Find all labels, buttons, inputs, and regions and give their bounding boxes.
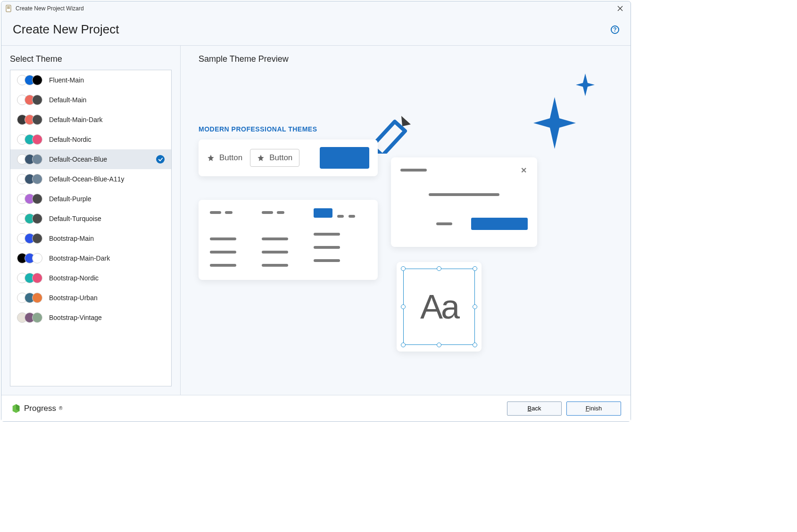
theme-label: Default-Nordic [49, 136, 91, 143]
theme-label: Bootstrap-Urban [49, 294, 98, 302]
preview-title: Sample Theme Preview [199, 54, 613, 64]
close-button[interactable] [614, 3, 627, 14]
theme-swatches [17, 312, 43, 323]
star-icon [207, 154, 215, 162]
theme-item[interactable]: Bootstrap-Vintage [10, 308, 171, 327]
color-swatch [32, 75, 42, 85]
theme-item[interactable]: Default-Main-Dark [10, 110, 171, 130]
theme-label: Default-Ocean-Blue-A11y [49, 175, 125, 183]
brand-logo: Progress® [11, 403, 62, 414]
theme-swatches [17, 253, 43, 263]
color-swatch [32, 115, 42, 125]
preview-table-card [199, 200, 378, 280]
footer: Progress® Back Finish [1, 395, 631, 421]
preview-pane: Sample Theme Preview MODERN PROFESSIONAL… [181, 46, 631, 395]
sidebar-title: Select Theme [10, 54, 172, 64]
preview-buttons-card: Button Button [199, 139, 378, 176]
close-icon [617, 6, 623, 11]
star-icon [257, 154, 265, 162]
theme-item[interactable]: Default-Turquoise [10, 209, 171, 229]
body: Select Theme Fluent-MainDefault-MainDefa… [1, 46, 631, 395]
header: Create New Project ? [1, 16, 631, 46]
window-title: Create New Project Wizard [16, 5, 84, 12]
theme-swatches [17, 134, 43, 145]
theme-swatches [17, 273, 43, 283]
preview-dialog-card: ✕ [391, 157, 537, 247]
preview-section-label: MODERN PROFESSIONAL THEMES [199, 125, 317, 133]
preview-dialog-primary-button [471, 218, 528, 230]
theme-label: Bootstrap-Main [49, 235, 94, 242]
preview-button-label: Button [269, 153, 292, 163]
back-button[interactable]: Back [507, 401, 562, 416]
theme-swatches [17, 95, 43, 105]
color-swatch [32, 174, 42, 184]
theme-label: Default-Main-Dark [49, 116, 103, 123]
theme-item[interactable]: Default-Ocean-Blue [10, 149, 171, 169]
theme-item[interactable]: Default-Ocean-Blue-A11y [10, 169, 171, 189]
theme-swatches [17, 154, 43, 164]
theme-item[interactable]: Default-Nordic [10, 130, 171, 149]
theme-list[interactable]: Fluent-MainDefault-MainDefault-Main-Dark… [10, 70, 172, 386]
theme-label: Bootstrap-Main-Dark [49, 254, 110, 262]
theme-swatches [17, 194, 43, 204]
color-swatch [32, 312, 42, 323]
page-title: Create New Project [13, 22, 119, 37]
preview-button-label: Button [219, 153, 242, 163]
color-swatch [32, 213, 42, 224]
wizard-window: Create New Project Wizard Create New Pro… [1, 1, 631, 422]
theme-label: Bootstrap-Nordic [49, 274, 99, 282]
progress-icon [11, 403, 21, 414]
color-swatch [32, 194, 42, 204]
theme-label: Default-Purple [49, 195, 91, 203]
sparkle-icon [533, 97, 576, 149]
close-icon: ✕ [521, 166, 527, 175]
theme-swatches [17, 293, 43, 303]
preview-sample-button: Button [207, 153, 242, 163]
sidebar: Select Theme Fluent-MainDefault-MainDefa… [1, 46, 181, 395]
theme-item[interactable]: Fluent-Main [10, 70, 171, 90]
theme-item[interactable]: Default-Main [10, 90, 171, 110]
preview-sample-button-outlined: Button [250, 149, 299, 167]
preview-sample-button-solid [320, 147, 369, 169]
theme-item[interactable]: Bootstrap-Main [10, 229, 171, 248]
theme-swatches [17, 75, 43, 85]
theme-item[interactable]: Bootstrap-Nordic [10, 268, 171, 288]
theme-item[interactable]: Bootstrap-Urban [10, 288, 171, 308]
color-swatch [32, 293, 42, 303]
theme-label: Default-Main [49, 96, 86, 104]
preview-typography-card: Aa [397, 262, 482, 352]
theme-item[interactable]: Default-Purple [10, 189, 171, 209]
theme-item[interactable]: Bootstrap-Main-Dark [10, 248, 171, 268]
app-icon [5, 5, 13, 12]
theme-label: Default-Turquoise [49, 215, 101, 222]
selection-frame [403, 269, 475, 345]
help-button[interactable]: ? [611, 25, 619, 34]
theme-label: Fluent-Main [49, 76, 84, 84]
color-swatch [32, 233, 42, 244]
theme-label: Bootstrap-Vintage [49, 314, 102, 321]
brand-name: Progress [24, 404, 56, 413]
sparkle-icon [576, 74, 595, 96]
checkmark-icon [156, 155, 165, 164]
preview-illustration: MODERN PROFESSIONAL THEMES Button Button [199, 78, 585, 366]
finish-button[interactable]: Finish [566, 401, 621, 416]
color-swatch [32, 134, 42, 145]
color-swatch [32, 253, 42, 263]
titlebar: Create New Project Wizard [1, 1, 631, 16]
color-swatch [32, 95, 42, 105]
color-swatch [32, 154, 42, 164]
theme-swatches [17, 233, 43, 244]
color-swatch [32, 273, 42, 283]
help-icon: ? [613, 26, 616, 33]
theme-label: Default-Ocean-Blue [49, 156, 107, 163]
theme-swatches [17, 213, 43, 224]
theme-swatches [17, 115, 43, 125]
theme-swatches [17, 174, 43, 184]
